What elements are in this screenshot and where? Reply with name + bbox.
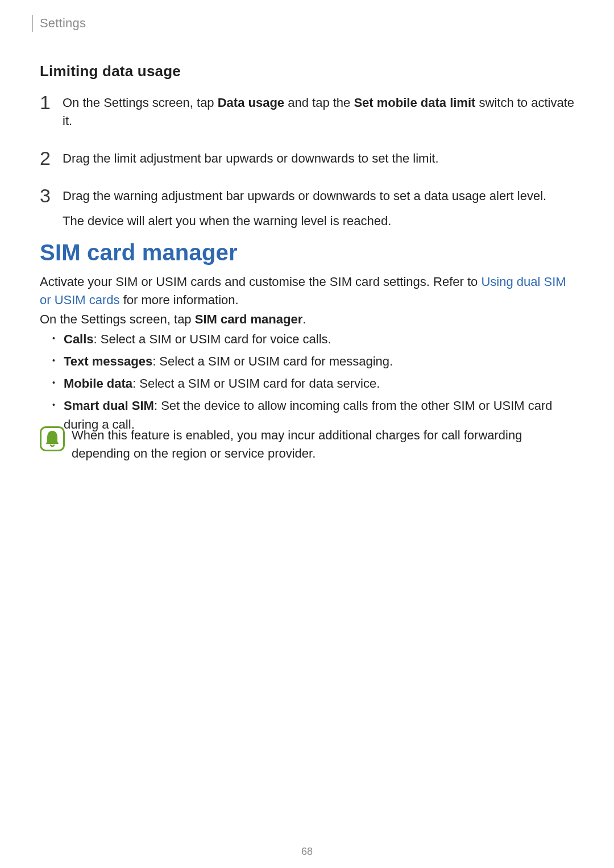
- list-item: Calls: Select a SIM or USIM card for voi…: [40, 330, 574, 348]
- subheading-limiting-data-usage: Limiting data usage: [40, 63, 181, 80]
- page-number: 68: [0, 846, 614, 858]
- step-number: 2: [40, 144, 57, 172]
- step-text: Drag the limit adjustment bar upwards or…: [63, 149, 574, 168]
- cross-reference-link[interactable]: Using dual SIM or USIM cards: [40, 275, 566, 307]
- bell-icon: [40, 426, 65, 451]
- sim-intro-paragraph: Activate your SIM or USIM cards and cust…: [40, 273, 574, 309]
- heading-sim-card-manager: SIM card manager: [40, 240, 238, 265]
- list-item: Text messages: Select a SIM or USIM card…: [40, 352, 574, 371]
- header-divider: [32, 15, 33, 32]
- step-number: 3: [40, 182, 57, 210]
- header-section-label: Settings: [40, 16, 86, 31]
- step-3: 3 Drag the warning adjustment bar upward…: [40, 187, 574, 230]
- step-1: 1 On the Settings screen, tap Data usage…: [40, 94, 574, 130]
- step-extra-text: The device will alert you when the warni…: [63, 212, 574, 230]
- step-number: 1: [40, 89, 57, 117]
- list-item: Mobile data: Select a SIM or USIM card f…: [40, 374, 574, 393]
- sim-options-list: Calls: Select a SIM or USIM card for voi…: [40, 330, 574, 437]
- step-text: On the Settings screen, tap Data usage a…: [63, 94, 574, 130]
- step-2: 2 Drag the limit adjustment bar upwards …: [40, 149, 574, 168]
- sim-instruction-paragraph: On the Settings screen, tap SIM card man…: [40, 310, 574, 329]
- note-text: When this feature is enabled, you may in…: [72, 426, 574, 463]
- step-text: Drag the warning adjustment bar upwards …: [63, 187, 574, 205]
- numbered-steps: 1 On the Settings screen, tap Data usage…: [40, 94, 574, 249]
- note-block: When this feature is enabled, you may in…: [40, 426, 574, 463]
